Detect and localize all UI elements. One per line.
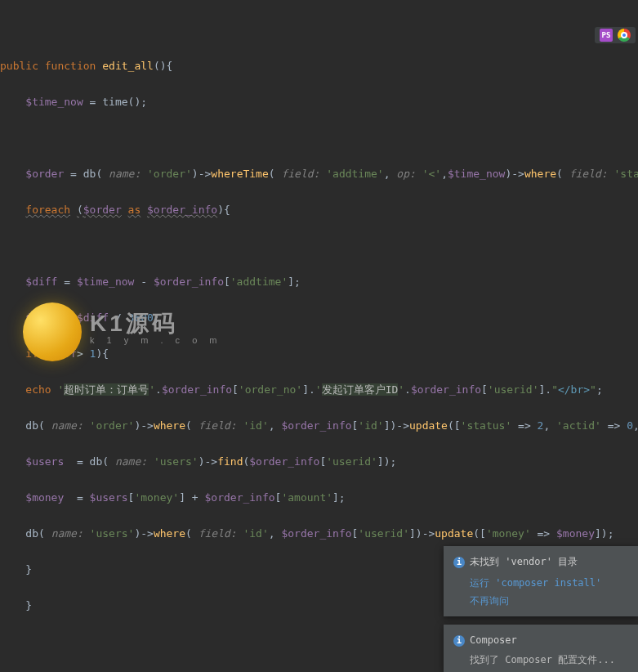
fn-name: edit_all [102,60,154,72]
info-icon: i [453,635,465,647]
hint: name: [109,168,141,180]
notification-vendor: i未找到 'vendor' 目录 运行 'composer install' 不… [444,546,638,616]
kw-public: public [0,60,38,72]
kw-if: if [25,347,38,360]
call-time: time [102,96,127,108]
run-composer-install-link[interactable]: 运行 'composer install' [470,577,601,589]
var: $order [25,168,64,180]
kw-echo: echo [25,383,51,396]
notification-composer: iComposer 找到了 Composer 配置文件... 显示 Compos… [444,625,638,672]
kw-function: function [45,60,96,72]
notif-body: 找到了 Composer 配置文件... [453,651,628,669]
dont-ask-again-link[interactable]: 不再询问 [470,595,509,607]
notif-title: Composer [470,634,517,646]
phpstorm-icon[interactable]: PS [600,29,613,42]
chrome-icon[interactable] [618,29,631,42]
var: $time_now [25,96,83,108]
info-icon: i [453,557,465,568]
kw-foreach: foreach [25,204,70,216]
toolbar-pill: PS [595,27,636,43]
notif-title: 未找到 'vendor' 目录 [470,556,578,567]
